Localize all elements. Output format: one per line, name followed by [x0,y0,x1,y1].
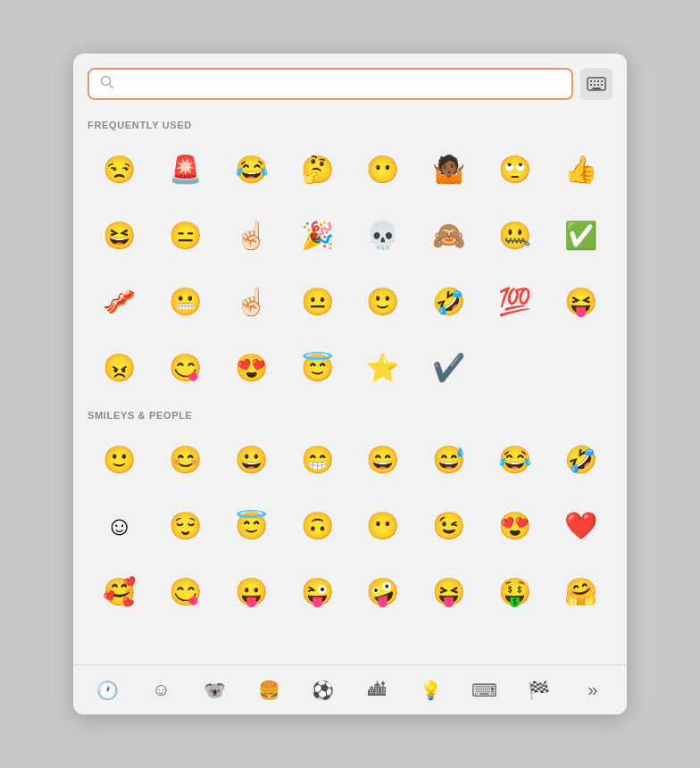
emoji-cell[interactable]: 😒 [88,138,152,202]
emoji-cell[interactable]: 🤷🏾 [417,138,481,202]
tab-flags[interactable]: 🏁 [522,674,554,706]
emoji-cell[interactable]: 😀 [220,428,284,492]
emoji-cell[interactable]: 🚨 [154,138,218,202]
svg-rect-8 [594,84,596,86]
emoji-cell[interactable]: ☝🏻 [220,204,284,268]
emoji-cell[interactable]: 🥓 [88,270,152,334]
emoji-cell[interactable]: 😛 [220,560,284,624]
emoji-cell[interactable]: 💯 [483,270,547,334]
emoji-cell[interactable]: 🥰 [88,560,152,624]
svg-rect-3 [590,80,592,82]
emoji-cell[interactable]: 😋 [154,335,218,399]
emoji-cell[interactable]: 😂 [483,428,547,492]
emoji-cell[interactable]: 🤗 [548,560,612,624]
emoji-cell[interactable]: 🤔 [285,138,349,202]
emoji-cell[interactable]: ☺️ [88,494,152,558]
emoji-cell[interactable]: 😇 [220,494,284,558]
emoji-cell[interactable]: 😆 [88,204,152,268]
tab-more[interactable]: » [577,674,609,706]
svg-rect-4 [594,80,596,82]
emoji-cell[interactable]: 🤣 [548,428,612,492]
emoji-cell[interactable]: 💀 [351,204,415,268]
keyboard-button[interactable] [580,68,612,100]
tab-food[interactable]: 🍔 [253,674,285,706]
emoji-grid-frequently-used: 😒🚨😂🤔😶🤷🏾🙄👍😆😑☝🏻🎉💀🙈🤐✅🥓😬☝🏻😐🙂🤣💯😝😠😋😍😇⭐✔️ [88,138,612,399]
emoji-cell[interactable]: ❤️ [548,494,612,558]
emoji-cell[interactable]: 🙄 [483,138,547,202]
tab-sports[interactable]: ⚽ [307,674,339,706]
emoji-cell[interactable]: 😝 [548,270,612,334]
section-label-frequently-used: FREQUENTLY USED [88,120,612,130]
search-icon [100,75,114,93]
emoji-cell[interactable]: 😇 [285,335,349,399]
search-input-wrap [88,68,573,100]
emoji-cell[interactable]: 😜 [285,560,349,624]
emoji-cell[interactable]: 🤣 [417,270,481,334]
emoji-cell[interactable]: 🙂 [88,428,152,492]
emoji-picker: FREQUENTLY USED😒🚨😂🤔😶🤷🏾🙄👍😆😑☝🏻🎉💀🙈🤐✅🥓😬☝🏻😐🙂🤣… [73,54,627,714]
search-input[interactable] [121,75,561,93]
emoji-cell[interactable]: 😌 [154,494,218,558]
emoji-grid-smileys-people: 🙂😊😀😁😄😅😂🤣☺️😌😇🙃😶😉😍❤️🥰😋😛😜🤪😝🤑🤗 [88,428,612,623]
tab-travel[interactable]: 🏙 [361,674,393,706]
emoji-cell[interactable]: 😍 [220,335,284,399]
bottom-tab-bar: 🕐☺🐨🍔⚽🏙💡⌨🏁» [73,664,627,714]
emoji-cell[interactable]: 🤑 [483,560,547,624]
emoji-cell[interactable]: 😊 [154,428,218,492]
svg-line-1 [110,85,113,88]
emoji-scroll-area: FREQUENTLY USED😒🚨😂🤔😶🤷🏾🙄👍😆😑☝🏻🎉💀🙈🤐✅🥓😬☝🏻😐🙂🤣… [73,109,627,664]
emoji-cell[interactable]: ⭐ [351,335,415,399]
svg-rect-9 [597,84,599,86]
emoji-cell[interactable]: 🤐 [483,204,547,268]
tab-objects[interactable]: 💡 [415,674,447,706]
emoji-cell[interactable]: 😑 [154,204,218,268]
emoji-cell[interactable]: 😬 [154,270,218,334]
emoji-cell[interactable]: 😍 [483,494,547,558]
emoji-cell[interactable]: 😅 [417,428,481,492]
search-bar [73,54,627,109]
svg-rect-10 [601,84,603,86]
emoji-cell[interactable]: 🙂 [351,270,415,334]
emoji-cell[interactable]: 🎉 [285,204,349,268]
emoji-cell[interactable]: ☝🏻 [220,270,284,334]
emoji-cell[interactable]: 🤪 [351,560,415,624]
emoji-cell[interactable]: 👍 [548,138,612,202]
tab-symbols[interactable]: ⌨ [469,674,501,706]
tab-recent[interactable]: 🕐 [91,674,123,706]
emoji-cell[interactable]: 😶 [351,494,415,558]
emoji-cell[interactable]: 😁 [285,428,349,492]
tab-smileys[interactable]: ☺ [146,674,178,706]
emoji-cell[interactable]: ✔️ [417,335,481,399]
emoji-cell[interactable]: 😐 [285,270,349,334]
emoji-cell[interactable]: 😶 [351,138,415,202]
emoji-cell[interactable]: 😂 [220,138,284,202]
svg-rect-11 [592,88,601,89]
emoji-cell[interactable]: 😠 [88,335,152,399]
tab-animals[interactable]: 🐨 [199,674,231,706]
emoji-cell[interactable]: 🙈 [417,204,481,268]
emoji-cell[interactable]: 😋 [154,560,218,624]
emoji-cell[interactable]: 😉 [417,494,481,558]
emoji-cell[interactable]: 🙃 [285,494,349,558]
emoji-cell[interactable]: 😄 [351,428,415,492]
svg-rect-7 [590,84,592,86]
emoji-cell[interactable]: ✅ [548,204,612,268]
svg-rect-6 [601,80,603,82]
section-label-smileys-people: SMILEYS & PEOPLE [88,410,612,421]
svg-rect-5 [597,80,599,82]
emoji-cell[interactable]: 😝 [417,560,481,624]
